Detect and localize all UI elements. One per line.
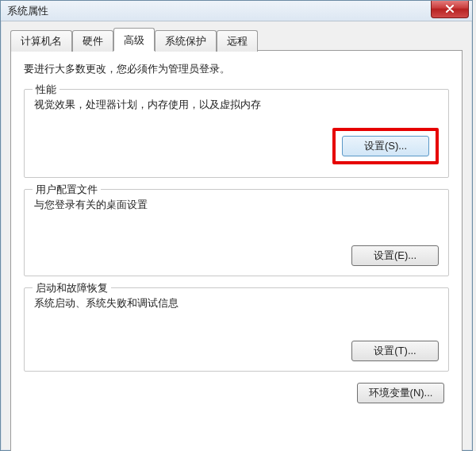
- close-button[interactable]: [431, 1, 469, 18]
- tab-remote[interactable]: 远程: [217, 30, 258, 52]
- group-startup-recovery-legend: 启动和故障恢复: [33, 281, 111, 295]
- group-performance: 性能 视觉效果，处理器计划，内存使用，以及虚拟内存 设置(S)...: [24, 89, 449, 178]
- tab-system-protection[interactable]: 系统保护: [155, 30, 217, 52]
- performance-settings-button[interactable]: 设置(S)...: [342, 136, 429, 156]
- group-performance-button-row: 设置(S)...: [34, 128, 439, 164]
- tab-advanced[interactable]: 高级: [113, 28, 155, 51]
- group-startup-recovery-desc: 系统启动、系统失败和调试信息: [34, 296, 439, 310]
- window-title: 系统属性: [7, 4, 48, 18]
- titlebar[interactable]: 系统属性: [1, 1, 472, 21]
- admin-intro-text: 要进行大多数更改，您必须作为管理员登录。: [24, 62, 449, 76]
- group-user-profile-legend: 用户配置文件: [33, 183, 101, 197]
- highlight-frame: 设置(S)...: [332, 128, 439, 164]
- system-properties-window: 系统属性 计算机名 硬件 高级 系统保护 远程 要进行大多数更改，您必须作为管理…: [0, 0, 473, 451]
- user-profile-settings-button[interactable]: 设置(E)...: [351, 245, 439, 266]
- group-user-profile: 用户配置文件 与您登录有关的桌面设置 设置(E)...: [24, 189, 449, 276]
- startup-recovery-settings-button[interactable]: 设置(T)...: [351, 341, 439, 361]
- group-user-profile-desc: 与您登录有关的桌面设置: [34, 198, 439, 212]
- env-vars-row: 环境变量(N)...: [24, 383, 449, 403]
- tab-computer-name[interactable]: 计算机名: [10, 30, 72, 52]
- group-user-profile-button-row: 设置(E)...: [34, 245, 439, 266]
- tab-hardware[interactable]: 硬件: [72, 30, 113, 52]
- group-performance-desc: 视觉效果，处理器计划，内存使用，以及虚拟内存: [34, 98, 439, 112]
- group-startup-recovery: 启动和故障恢复 系统启动、系统失败和调试信息 设置(T)...: [24, 287, 449, 372]
- close-icon: [445, 5, 455, 13]
- group-performance-legend: 性能: [33, 83, 60, 97]
- tabstrip: 计算机名 硬件 高级 系统保护 远程: [1, 21, 472, 51]
- group-startup-recovery-button-row: 设置(T)...: [34, 341, 439, 361]
- environment-variables-button[interactable]: 环境变量(N)...: [357, 383, 444, 403]
- tab-content-advanced: 要进行大多数更改，您必须作为管理员登录。 性能 视觉效果，处理器计划，内存使用，…: [10, 50, 463, 451]
